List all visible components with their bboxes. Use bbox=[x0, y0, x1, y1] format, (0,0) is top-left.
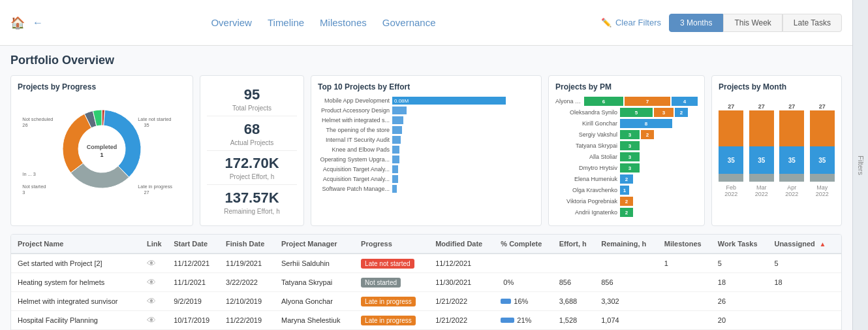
month-bar-stack: 2735 bbox=[779, 103, 804, 182]
pm-name: Sergiy Vakshul bbox=[555, 131, 617, 138]
table-col-header[interactable]: % Complete bbox=[497, 235, 555, 254]
filter-tab-2[interactable]: Late Tasks bbox=[783, 14, 842, 32]
work-tasks: 5 bbox=[714, 254, 771, 273]
table-col-header[interactable]: Work Tasks bbox=[714, 235, 771, 254]
table-col-header[interactable]: Progress bbox=[357, 235, 431, 254]
pm-row: Viktoria Pogrebniak2 bbox=[555, 197, 698, 206]
table-col-header[interactable]: Milestones bbox=[660, 235, 714, 254]
project-link[interactable]: 👁 bbox=[143, 273, 170, 292]
bar-label: The opening of the store bbox=[318, 127, 390, 133]
start-date: 11/12/2021 bbox=[170, 254, 222, 273]
remaining-effort-value: 137.57K bbox=[207, 190, 297, 206]
bar-label: Product Accessory Design bbox=[318, 107, 390, 114]
month-seg bbox=[749, 110, 774, 146]
actual-projects-value: 68 bbox=[207, 121, 297, 138]
bar-container: 0.08M bbox=[392, 97, 535, 105]
status-badge: Late in progress bbox=[361, 316, 416, 325]
bar-row: Software Patch Manage... bbox=[318, 185, 535, 193]
table-col-header[interactable]: Effort, h bbox=[555, 235, 598, 254]
table-col-header[interactable]: Project Manager bbox=[277, 235, 357, 254]
pm-card: Projects by PM Alyona Gonchar674Oleksand… bbox=[548, 75, 705, 226]
link-icon[interactable]: 👁 bbox=[147, 277, 156, 288]
pm-name: Olga Kravchenko bbox=[555, 187, 617, 193]
table-col-header[interactable]: Finish Date bbox=[222, 235, 277, 254]
pm-bars: 3 bbox=[620, 152, 640, 161]
link-icon[interactable]: 👁 bbox=[147, 315, 156, 325]
project-link[interactable]: 👁 bbox=[143, 254, 170, 273]
donut-svg: Completed 1 bbox=[50, 97, 154, 201]
project-name: Heating system for helmets bbox=[11, 273, 143, 292]
pm-bar-seg: 3 bbox=[620, 130, 640, 139]
pm-bars: 2 bbox=[620, 174, 633, 184]
table-col-header[interactable]: Link bbox=[143, 235, 170, 254]
start-date: 11/1/2021 bbox=[170, 273, 222, 292]
project-name: Hospital Facility Planning bbox=[11, 311, 143, 330]
remaining: 1,074 bbox=[597, 311, 660, 330]
filter-tab-1[interactable]: This Week bbox=[723, 14, 782, 32]
bar-label: Helmet with integrated s... bbox=[318, 117, 390, 124]
table-body: Get started with Project [2] 👁 11/12/202… bbox=[11, 254, 841, 330]
donut-wrapper: Completed 1 Not scheduled 26 Late not st… bbox=[18, 97, 186, 201]
bar-fill bbox=[392, 185, 397, 193]
home-icon[interactable]: 🏠 bbox=[10, 16, 25, 30]
table-row: Helmet with integrated sunvisor 👁 9/2/20… bbox=[11, 292, 841, 311]
actual-projects-stat: 68 Actual Projects bbox=[207, 117, 297, 151]
table-container: Project NameLinkStart DateFinish DatePro… bbox=[10, 234, 842, 330]
bar-container bbox=[392, 126, 535, 134]
month-bar-stack: 2735 bbox=[810, 103, 835, 182]
table-row: Heating system for helmets 👁 11/1/2021 3… bbox=[11, 273, 841, 292]
project-manager: Serhii Salduhin bbox=[277, 254, 357, 273]
month-col: 2735 bbox=[779, 103, 805, 182]
link-icon[interactable]: 👁 bbox=[147, 296, 156, 306]
pm-bars: 2 bbox=[620, 197, 633, 206]
nav-timeline[interactable]: Timeline bbox=[268, 14, 304, 31]
bar-row: Mobile App Development 0.08M bbox=[318, 97, 535, 105]
bar-fill: 0.08M bbox=[392, 97, 506, 105]
link-icon[interactable]: 👁 bbox=[147, 258, 156, 269]
month-card: Projects by Month 2735273527352735 Feb 2… bbox=[711, 75, 842, 226]
table-col-header[interactable]: Unassigned ▲ bbox=[770, 235, 841, 254]
clear-filters-button[interactable]: ✏️ Clear Filters bbox=[601, 18, 661, 27]
effort: 1,528 bbox=[555, 311, 598, 330]
nav-governance[interactable]: Governance bbox=[382, 14, 436, 31]
modified-date: 11/12/2021 bbox=[431, 254, 497, 273]
back-icon[interactable]: ← bbox=[33, 17, 43, 29]
bar-container bbox=[392, 156, 535, 163]
pm-row: Alla Stoliar3 bbox=[555, 152, 698, 161]
finish-date: 3/22/2022 bbox=[222, 273, 277, 292]
table-col-header[interactable]: Project Name bbox=[11, 235, 143, 254]
project-manager: Tatyana Skrypai bbox=[277, 273, 357, 292]
filter-tab-0[interactable]: 3 Months bbox=[669, 14, 723, 32]
project-link[interactable]: 👁 bbox=[143, 292, 170, 311]
modified-date: 11/30/2021 bbox=[431, 273, 497, 292]
pm-bars: 1 bbox=[620, 186, 629, 195]
table-row: Hospital Facility Planning 👁 10/17/2019 … bbox=[11, 311, 841, 330]
table-row: Get started with Project [2] 👁 11/12/202… bbox=[11, 254, 841, 273]
project-effort-value: 172.70K bbox=[207, 155, 297, 172]
sidebar-right[interactable]: Filters bbox=[852, 0, 868, 330]
pm-row: Alyona Gonchar674 bbox=[555, 97, 698, 106]
finish-date: 11/22/2019 bbox=[222, 311, 277, 330]
table-col-header[interactable]: Remaining, h bbox=[597, 235, 660, 254]
pm-bar-seg: 4 bbox=[672, 97, 698, 106]
pm-name: Kirill Gonchar bbox=[555, 120, 617, 127]
nav-milestones[interactable]: Milestones bbox=[320, 14, 367, 31]
bar-label: Knee and Elbow Pads bbox=[318, 146, 390, 153]
bar-container bbox=[392, 175, 535, 183]
project-status: Late in progress bbox=[357, 292, 431, 311]
pm-bar-seg: 2 bbox=[620, 174, 633, 184]
month-bars: 2735273527352735 bbox=[719, 97, 835, 182]
remaining-effort-label: Remaining Effort, h bbox=[207, 208, 297, 215]
table-col-header[interactable]: Modified Date bbox=[431, 235, 497, 254]
month-chart-title: Projects by Month bbox=[719, 82, 835, 91]
table-col-header[interactable]: Start Date bbox=[170, 235, 222, 254]
bar-label: Software Patch Manage... bbox=[318, 186, 390, 192]
remaining: 3,302 bbox=[597, 292, 660, 311]
modified-date: 1/21/2022 bbox=[431, 292, 497, 311]
project-status: Not started bbox=[357, 273, 431, 292]
bar-fill bbox=[392, 107, 407, 114]
project-link[interactable]: 👁 bbox=[143, 311, 170, 330]
nav-overview[interactable]: Overview bbox=[211, 14, 252, 31]
projects-table: Project NameLinkStart DateFinish DatePro… bbox=[11, 235, 841, 330]
total-projects-stat: 95 Total Projects bbox=[207, 82, 297, 116]
